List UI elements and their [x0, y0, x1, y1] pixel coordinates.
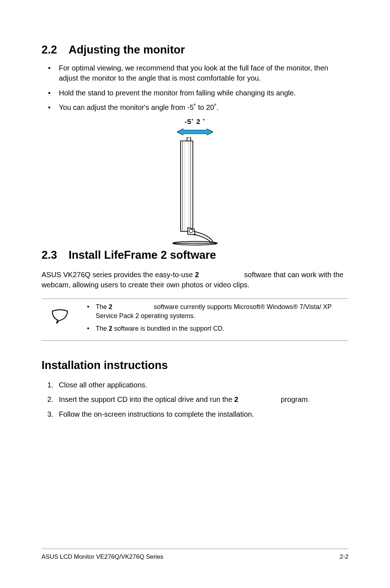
section2-paragraph: ASUS VK276Q series provides the easy-to-…	[42, 270, 348, 290]
footer-page-number: 2-2	[339, 553, 348, 561]
list-item: You can adjust the monitor's angle from …	[59, 102, 348, 112]
svg-rect-5	[187, 137, 191, 141]
note-icon	[42, 302, 78, 324]
tilt-diagram: -5˚ 2 ˚	[42, 118, 348, 246]
note-list: The 2 software currently supports Micros…	[85, 302, 348, 336]
installation-heading: Installation instructions	[42, 359, 348, 372]
angle-label: -5˚ 2 ˚	[185, 118, 205, 126]
section-heading-2-2: 2.2 Adjusting the monitor	[42, 43, 348, 56]
svg-marker-0	[177, 129, 183, 135]
double-arrow-icon	[177, 128, 213, 136]
page-footer: ASUS LCD Monitor VE276Q/VK276Q Series 2-…	[42, 549, 348, 561]
svg-point-11	[189, 229, 193, 233]
list-item: Close all other applications.	[59, 380, 348, 390]
list-item: Hold the stand to prevent the monitor fr…	[59, 88, 348, 98]
list-item: The 2 software is bundled in the support…	[96, 324, 348, 333]
list-item: Insert the support CD into the optical d…	[59, 394, 348, 404]
note-box: The 2 software currently supports Micros…	[42, 299, 348, 340]
adjust-bullet-list: For optimal viewing, we recommend that y…	[42, 63, 348, 113]
list-item: The 2 software currently supports Micros…	[96, 302, 348, 321]
list-item: Follow the on-screen instructions to com…	[59, 409, 348, 419]
section-number: 2.3	[42, 249, 69, 262]
section-heading-2-3: 2.3 Install LifeFrame 2 software	[42, 249, 348, 262]
svg-marker-1	[207, 129, 213, 135]
monitor-side-icon	[166, 137, 224, 246]
footer-left: ASUS LCD Monitor VE276Q/VK276Q Series	[42, 553, 163, 561]
svg-rect-2	[183, 130, 207, 134]
section-title: Adjusting the monitor	[69, 43, 185, 56]
section-number: 2.2	[42, 43, 69, 56]
section-title: Install LifeFrame 2 software	[69, 249, 216, 262]
installation-steps: Close all other applications. Insert the…	[42, 380, 348, 419]
list-item: For optimal viewing, we recommend that y…	[59, 63, 348, 83]
